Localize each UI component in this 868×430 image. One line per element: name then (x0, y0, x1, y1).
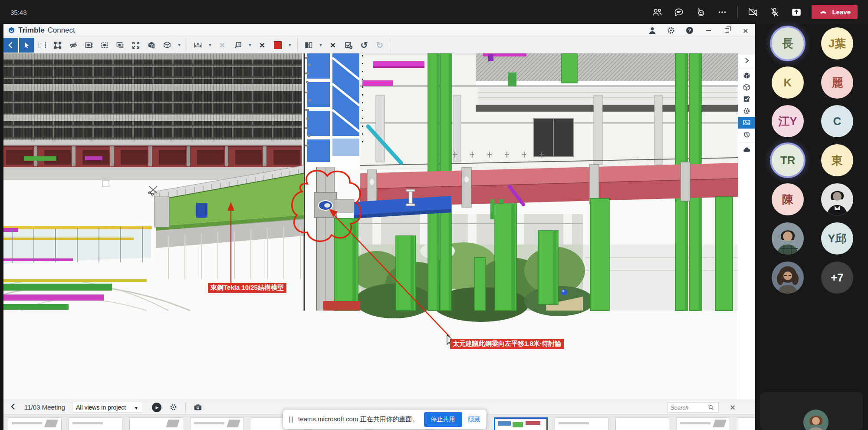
back-button[interactable] (3, 38, 18, 53)
transform-tool[interactable] (50, 38, 65, 53)
models-icon[interactable] (738, 70, 756, 82)
sync-cloud-icon[interactable] (738, 144, 756, 156)
undo-button[interactable] (357, 38, 372, 53)
markup-color-swatch[interactable] (270, 38, 285, 53)
participants-overflow-badge[interactable]: +7 (821, 261, 853, 294)
reactions-icon[interactable] (694, 6, 707, 19)
fit-view-tool[interactable] (128, 38, 143, 53)
participant-avatar[interactable]: K (772, 66, 804, 99)
restore-button[interactable] (723, 26, 731, 35)
participant-avatar[interactable]: 麗 (821, 66, 853, 99)
participant-avatar-photo[interactable] (772, 222, 804, 255)
mic-off-icon[interactable] (768, 6, 781, 19)
measure-dropdown[interactable] (206, 38, 214, 53)
participant-avatar[interactable]: 陳 (772, 183, 804, 215)
help-icon[interactable] (685, 26, 694, 35)
view-box-tool[interactable] (82, 38, 96, 53)
participant-avatar[interactable]: TR (772, 144, 804, 176)
view-thumbnail[interactable] (676, 417, 730, 430)
close-search-icon[interactable] (730, 403, 735, 413)
bottombar-divider (185, 402, 186, 413)
objects-icon[interactable] (738, 82, 756, 93)
meeting-timer: 35:43 (10, 8, 27, 16)
history-icon[interactable] (738, 129, 756, 140)
window-controls (648, 24, 750, 37)
participant-avatar[interactable]: 東 (821, 144, 853, 176)
measure-tool[interactable] (191, 38, 205, 53)
trimble-brand: Trimble Connect (8, 26, 75, 35)
clear-split-button[interactable] (326, 38, 340, 53)
split-view-tool[interactable] (301, 38, 316, 53)
todos-icon[interactable] (738, 93, 756, 105)
search-input[interactable] (671, 404, 708, 411)
controls-divider (737, 6, 738, 19)
camera-off-icon[interactable] (746, 6, 760, 19)
view-thumbnail[interactable] (8, 417, 62, 430)
views-icon[interactable] (738, 117, 756, 129)
back-chevron-icon[interactable] (10, 403, 16, 412)
markup-text-dropdown[interactable] (246, 38, 254, 53)
viewer-body: 東鋼Tekla 10/25結構模型 太元建議此鋼梁向左平移1.8米·待討論 (3, 53, 755, 400)
leave-button[interactable]: Leave (812, 5, 858, 19)
view-layers-tool[interactable] (113, 38, 128, 53)
select-tool[interactable] (19, 38, 34, 53)
participant-avatar[interactable]: Y邱 (821, 222, 853, 255)
chat-icon[interactable] (672, 6, 685, 19)
account-icon[interactable] (648, 26, 657, 35)
participant-avatar[interactable]: C (821, 105, 853, 137)
split-view-dropdown[interactable] (317, 38, 325, 53)
expand-panel-icon[interactable] (738, 53, 756, 68)
views-settings-icon[interactable] (169, 403, 178, 411)
participant-avatar[interactable]: J葉 (821, 27, 853, 60)
settings-icon[interactable] (738, 105, 756, 117)
markup-todo-tool[interactable] (341, 38, 356, 53)
participants-panel: 長 J葉 K 麗 江Y C TR 東 陳 Y邱 (755, 24, 868, 430)
toolbar-divider (187, 39, 187, 52)
snapshot-camera-icon[interactable] (194, 403, 202, 412)
viewer-toolbar: A (3, 37, 755, 53)
markup-color-dropdown[interactable] (286, 38, 294, 53)
view-thumbnail[interactable] (737, 417, 755, 430)
minimize-button[interactable] (704, 26, 713, 35)
view-thumbnail[interactable] (615, 417, 669, 430)
share-screen-icon[interactable] (790, 6, 803, 19)
people-icon[interactable] (651, 6, 664, 19)
more-icon[interactable] (716, 6, 729, 19)
view-thumbnail[interactable] (129, 417, 183, 430)
screen-share-banner: teams.microsoft.com 正在共用你的畫面。 停止共用 隱藏 (283, 410, 487, 429)
clear-markup-button[interactable] (255, 38, 270, 53)
white-point-marker (102, 180, 109, 187)
hide-banner-link[interactable]: 隱藏 (468, 416, 480, 423)
model-viewport[interactable]: 東鋼Tekla 10/25結構模型 太元建議此鋼梁向左平移1.8米·待討論 (3, 53, 738, 400)
view-thumbnail[interactable] (555, 417, 608, 430)
participant-avatar[interactable]: 江Y (772, 105, 804, 137)
view-area-tool[interactable] (97, 38, 112, 53)
redo-button (372, 38, 387, 53)
settings-gear-icon[interactable] (667, 26, 675, 35)
photo-avatar (772, 222, 804, 255)
close-button[interactable] (741, 26, 750, 35)
view-thumbnail[interactable] (69, 417, 122, 430)
participant-avatar-photo[interactable] (821, 183, 853, 215)
ghost-mode-tool[interactable] (144, 38, 159, 53)
markup-text-tool[interactable]: A (230, 38, 245, 53)
views-filter-dropdown[interactable]: All views in project (72, 402, 142, 413)
cube-view-tool[interactable] (160, 38, 174, 53)
view-thumbnail[interactable] (190, 417, 244, 430)
participant-video-tile[interactable] (760, 392, 863, 430)
search-icon[interactable] (708, 404, 714, 411)
stop-sharing-button[interactable]: 停止共用 (424, 412, 462, 427)
play-views-button[interactable] (152, 403, 161, 412)
teams-controls: Leave (651, 0, 868, 24)
participant-avatar[interactable]: 長 (772, 27, 804, 60)
view-thumbnail-selected[interactable] (494, 417, 548, 430)
glass-canopy (3, 225, 152, 264)
hide-objects-tool[interactable] (66, 38, 81, 53)
left-building-facade (3, 53, 304, 180)
brand-name-bold: Trimble (18, 26, 44, 35)
cube-view-dropdown[interactable] (175, 38, 183, 53)
red-floor-beam (323, 301, 360, 311)
participant-avatar-photo[interactable] (772, 261, 804, 294)
marquee-select-tool[interactable] (35, 38, 49, 53)
trimble-connect-window: Trimble Connect (3, 24, 755, 430)
